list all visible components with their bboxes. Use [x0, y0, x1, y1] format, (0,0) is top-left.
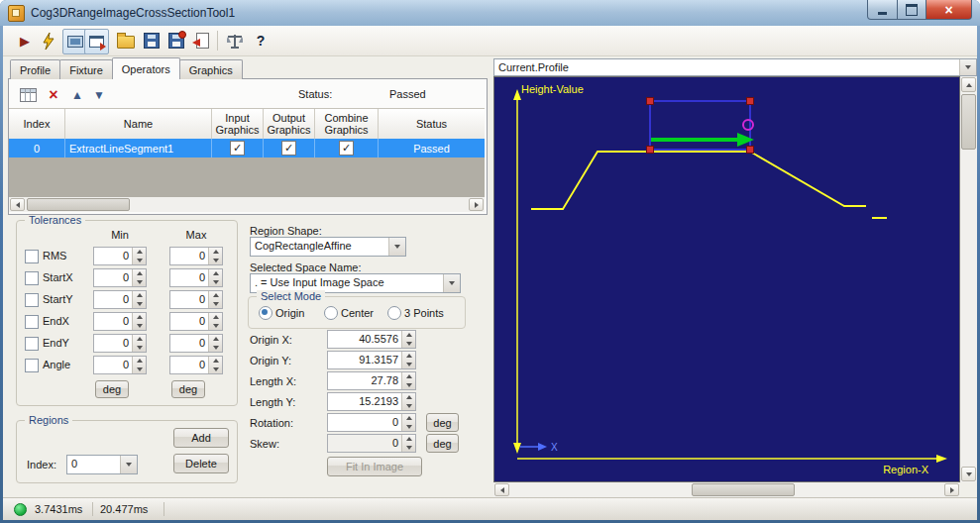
- float-window-toggle[interactable]: [84, 29, 109, 54]
- save-as-button[interactable]: [164, 29, 188, 52]
- chevron-down-icon[interactable]: [388, 238, 405, 256]
- chevron-down-icon[interactable]: [443, 274, 460, 292]
- three-points-radio[interactable]: [387, 306, 401, 320]
- endx-min-spinner[interactable]: 0: [93, 312, 147, 331]
- spin-up-icon[interactable]: [213, 250, 219, 254]
- save-button[interactable]: [140, 29, 163, 52]
- rotation-handle[interactable]: [743, 120, 753, 130]
- three-points-radio-label[interactable]: 3 Points: [404, 307, 444, 319]
- spin-up-icon[interactable]: [213, 271, 219, 275]
- region-corner-handle[interactable]: [747, 98, 754, 105]
- tab-fixture[interactable]: Fixture: [59, 59, 113, 79]
- display-record-combo[interactable]: Current.Profile: [493, 58, 977, 76]
- rms-min-spinner[interactable]: 0: [93, 247, 147, 265]
- operator-row-selected[interactable]: 0 ExtractLineSegment1 ✓ ✓ ✓ Passed: [9, 139, 485, 157]
- spinner-arrows[interactable]: [132, 357, 146, 373]
- starty-min-spinner[interactable]: 0: [93, 290, 147, 309]
- grid-horizontal-scrollbar[interactable]: [9, 197, 485, 212]
- spin-up-icon[interactable]: [137, 359, 143, 363]
- add-region-button[interactable]: Add: [173, 428, 229, 448]
- angle-min-spinner[interactable]: 0: [93, 356, 147, 374]
- spin-up-icon[interactable]: [406, 374, 412, 378]
- starty-checkbox[interactable]: [25, 293, 39, 307]
- endx-max-spinner[interactable]: 0: [169, 312, 223, 331]
- maximize-button[interactable]: [898, 0, 926, 20]
- column-header-output-graphics[interactable]: Output Graphics: [264, 109, 315, 139]
- spinner-arrows[interactable]: [132, 313, 146, 330]
- spin-down-icon[interactable]: [137, 324, 143, 328]
- startx-max-spinner[interactable]: 0: [169, 268, 223, 287]
- spin-up-icon[interactable]: [213, 293, 219, 297]
- spinner-arrows[interactable]: [208, 248, 222, 264]
- spinner-arrows[interactable]: [401, 414, 415, 431]
- origin-y-spinner[interactable]: 91.3157: [327, 351, 416, 369]
- display-vertical-scrollbar[interactable]: [960, 76, 977, 482]
- region-rectangle[interactable]: [650, 101, 750, 150]
- combine-graphics-checkbox[interactable]: ✓: [339, 141, 354, 156]
- endy-checkbox[interactable]: [25, 337, 39, 351]
- scroll-left-button[interactable]: [10, 198, 25, 211]
- angle-max-spinner[interactable]: 0: [169, 356, 223, 374]
- minimize-button[interactable]: [867, 0, 898, 20]
- spinner-arrows[interactable]: [208, 335, 222, 352]
- spin-down-icon[interactable]: [137, 346, 143, 350]
- spin-up-icon[interactable]: [406, 354, 412, 358]
- spin-down-icon[interactable]: [137, 367, 143, 371]
- scroll-left-button[interactable]: [494, 483, 509, 496]
- spin-up-icon[interactable]: [137, 271, 143, 275]
- region-corner-handle[interactable]: [647, 98, 654, 105]
- endy-min-spinner[interactable]: 0: [93, 334, 147, 353]
- scroll-right-button[interactable]: [469, 198, 484, 211]
- spin-down-icon[interactable]: [213, 302, 219, 306]
- chevron-down-icon[interactable]: [959, 59, 976, 75]
- max-deg-button[interactable]: deg: [171, 380, 205, 398]
- chevron-down-icon[interactable]: [120, 456, 137, 473]
- spinner-arrows[interactable]: [132, 291, 146, 308]
- spin-down-icon[interactable]: [406, 383, 412, 387]
- region-index-combo[interactable]: 0: [66, 455, 138, 474]
- delete-operator-button[interactable]: ×: [43, 85, 64, 105]
- display-horizontal-scrollbar[interactable]: [493, 482, 960, 497]
- region-corner-handle[interactable]: [747, 147, 754, 154]
- spinner-arrows[interactable]: [401, 393, 415, 410]
- spin-down-icon[interactable]: [406, 363, 412, 366]
- spin-down-icon[interactable]: [213, 324, 219, 328]
- spin-down-icon[interactable]: [406, 404, 412, 408]
- column-header-input-graphics[interactable]: Input Graphics: [212, 109, 264, 139]
- region-corner-handle[interactable]: [647, 147, 654, 154]
- spinner-arrows[interactable]: [132, 248, 146, 264]
- help-button[interactable]: ?: [249, 29, 272, 52]
- spin-down-icon[interactable]: [406, 342, 412, 346]
- column-header-combine-graphics[interactable]: Combine Graphics: [315, 109, 379, 139]
- startx-checkbox[interactable]: [25, 271, 39, 285]
- endy-max-spinner[interactable]: 0: [169, 334, 223, 353]
- tab-profile[interactable]: Profile: [10, 59, 60, 79]
- spin-up-icon[interactable]: [406, 416, 412, 420]
- spin-up-icon[interactable]: [406, 395, 412, 399]
- spin-up-icon[interactable]: [406, 333, 412, 337]
- spinner-arrows[interactable]: [208, 291, 222, 308]
- spin-up-icon[interactable]: [213, 359, 219, 363]
- profile-display[interactable]: Height-Value Region-X X: [493, 76, 960, 482]
- angle-checkbox[interactable]: [25, 359, 39, 372]
- move-down-button[interactable]: ▼: [88, 85, 110, 105]
- skew-deg-button[interactable]: deg: [426, 434, 459, 453]
- column-header-status[interactable]: Status: [379, 109, 485, 139]
- spin-down-icon[interactable]: [137, 259, 143, 262]
- endx-checkbox[interactable]: [25, 315, 39, 329]
- spin-up-icon[interactable]: [213, 337, 219, 341]
- center-radio[interactable]: [324, 306, 338, 320]
- spin-up-icon[interactable]: [137, 315, 143, 319]
- length-x-spinner[interactable]: 27.78: [327, 371, 416, 390]
- spin-down-icon[interactable]: [137, 280, 143, 284]
- spinner-arrows[interactable]: [208, 313, 222, 330]
- spin-up-icon[interactable]: [137, 293, 143, 297]
- spin-down-icon[interactable]: [213, 367, 219, 371]
- move-up-button[interactable]: ▲: [66, 85, 88, 105]
- scroll-down-button[interactable]: [961, 467, 976, 481]
- rms-max-spinner[interactable]: 0: [169, 247, 223, 265]
- starty-max-spinner[interactable]: 0: [169, 290, 223, 309]
- rotation-spinner[interactable]: 0: [327, 413, 416, 432]
- startx-min-spinner[interactable]: 0: [93, 268, 147, 287]
- spin-down-icon[interactable]: [213, 259, 219, 262]
